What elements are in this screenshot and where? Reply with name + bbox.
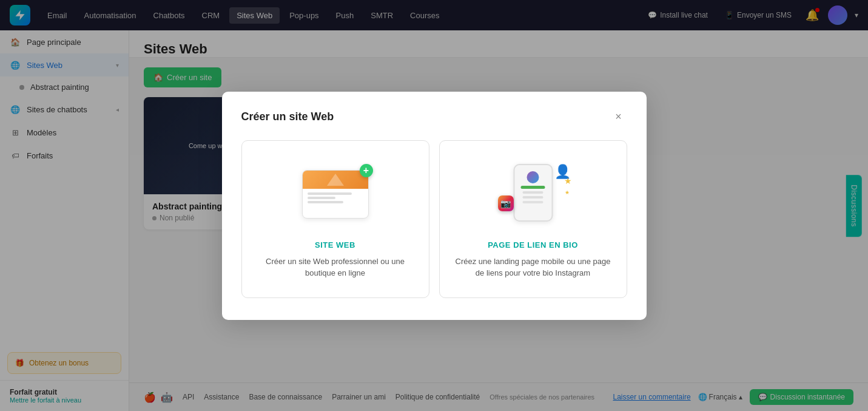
option-bio-link[interactable]: 📷 👤 ★ ★ PAGE DE LIEN EN BIO Créez une la… — [439, 140, 627, 298]
option-site-web[interactable]: + SITE WEB Créer un site Web professionn… — [241, 140, 429, 298]
site-web-option-title: SITE WEB — [315, 240, 355, 250]
small-star-icon: ★ — [565, 189, 570, 195]
instagram-icon: 📷 — [500, 199, 511, 208]
bio-link-illustration: 📷 👤 ★ ★ — [491, 158, 576, 231]
site-web-illustration: + — [293, 158, 378, 231]
site-web-option-desc: Créer un site Web professionnel ou une b… — [254, 256, 417, 279]
bio-link-option-desc: Créez une landing page mobile ou une pag… — [452, 256, 614, 279]
modal-close-button[interactable]: × — [610, 109, 627, 126]
modal-title: Créer un site Web — [241, 110, 334, 123]
bio-link-option-title: PAGE DE LIEN EN BIO — [488, 240, 578, 250]
create-site-modal: Créer un site Web × — [222, 92, 647, 320]
modal-options: + SITE WEB Créer un site Web professionn… — [241, 140, 627, 298]
plus-badge: + — [360, 164, 373, 177]
modal-overlay[interactable]: Créer un site Web × — [0, 0, 868, 411]
modal-header: Créer un site Web × — [241, 109, 627, 126]
star-icon: ★ — [564, 176, 572, 186]
